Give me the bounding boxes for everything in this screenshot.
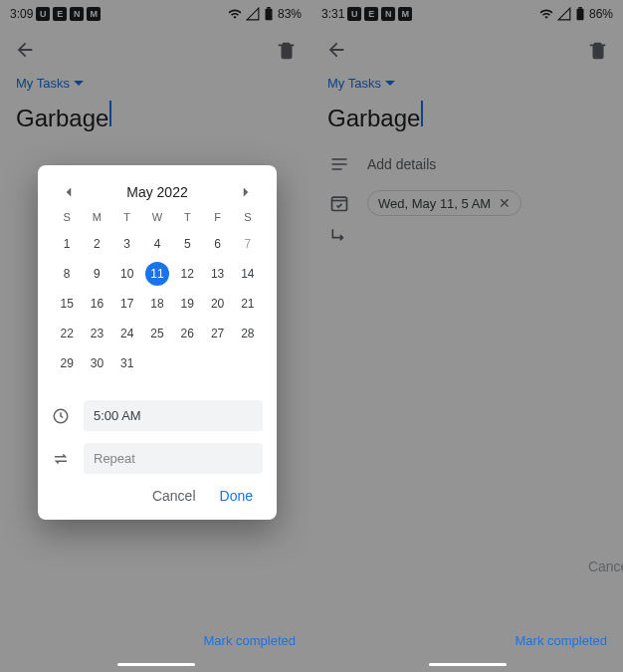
svg-rect-1 [267,7,271,9]
calendar-day[interactable]: 2 [82,229,111,259]
mark-completed-button[interactable]: Mark completed [516,633,607,648]
list-selector[interactable]: My Tasks [0,72,312,101]
dow-s: S [52,211,82,223]
cancel-button[interactable]: Cancel [152,488,196,504]
svg-rect-4 [578,7,582,9]
svg-rect-0 [265,9,272,20]
calendar-day[interactable]: 29 [52,348,82,378]
calendar-day[interactable]: 30 [82,348,111,378]
calendar-day[interactable]: 20 [202,289,232,319]
list-selector[interactable]: My Tasks [312,72,623,101]
dow-f: F [202,211,232,223]
calendar-day[interactable]: 3 [112,229,142,259]
battery-icon [264,7,274,21]
calendar-day[interactable]: 1 [52,229,82,259]
notif-icon-n: N [381,7,395,21]
calendar-day[interactable]: 15 [52,289,82,319]
calendar-day[interactable]: 7 [233,229,263,259]
calendar-day[interactable]: 12 [172,259,202,289]
dow-t: T [112,211,142,223]
task-title-input[interactable]: Garbage [0,101,312,146]
month-label: May 2022 [126,184,187,200]
calendar-day[interactable]: 9 [82,259,111,289]
details-row[interactable]: Add details [312,146,623,182]
calendar-day[interactable]: 18 [142,289,172,319]
details-icon [329,154,349,174]
calendar-day[interactable]: 14 [233,259,263,289]
app-bar [0,28,312,72]
time-field[interactable]: 5:00 AM [84,400,263,431]
calendar-day[interactable]: 10 [112,259,142,289]
calendar-day[interactable]: 21 [233,289,263,319]
home-indicator [117,663,195,666]
text-cursor [421,101,423,126]
task-title-text: Garbage [16,105,108,132]
phone-left: 3:09 U E N M 83% My Tasks Garbage May 20… [0,0,312,672]
wifi-icon [228,7,242,21]
notif-icon-n: N [70,7,84,21]
calendar-day[interactable]: 5 [172,229,202,259]
calendar-day[interactable]: 11 [142,259,172,289]
chip-text: Wed, May 11, 5 AM [378,196,491,211]
calendar-day[interactable]: 17 [112,289,142,319]
svg-rect-5 [332,197,347,210]
back-icon[interactable] [325,39,347,61]
calendar-day[interactable]: 26 [172,319,202,348]
status-bar: 3:31 U E N M 86% [312,0,623,28]
calendar-day [233,348,263,378]
status-bar: 3:09 U E N M 83% [0,0,312,28]
date-chip[interactable]: Wed, May 11, 5 AM ✕ [367,190,521,216]
wifi-icon [539,7,553,21]
calendar-day[interactable]: 27 [202,319,232,348]
done-button[interactable]: Done [220,488,253,504]
text-cursor [109,101,111,126]
list-label: My Tasks [327,76,381,91]
subtask-icon [329,226,349,246]
next-month-icon[interactable] [237,183,255,201]
dropdown-icon [385,79,395,89]
notif-icon-e: E [364,7,378,21]
notif-icon-m: M [398,7,412,21]
battery-text: 83% [278,7,302,21]
dow-m: M [82,211,111,223]
back-icon[interactable] [14,39,36,61]
calendar-day[interactable]: 25 [142,319,172,348]
home-indicator [429,663,507,666]
calendar-day[interactable]: 22 [52,319,82,348]
calendar-day[interactable]: 24 [112,319,142,348]
notif-icon-u: U [347,7,361,21]
task-title-input[interactable]: Garbage [312,101,623,146]
prev-month-icon[interactable] [60,183,78,201]
calendar-day[interactable]: 13 [202,259,232,289]
notif-icon-m: M [87,7,101,21]
status-time: 3:31 [321,7,344,21]
delete-icon[interactable] [587,39,609,61]
app-bar [312,28,623,72]
calendar-day[interactable]: 23 [82,319,111,348]
mark-completed-button[interactable]: Mark completed [204,633,296,648]
calendar-day[interactable]: 16 [82,289,111,319]
dow-s2: S [233,211,263,223]
list-label: My Tasks [16,76,70,91]
calendar-day[interactable]: 4 [142,229,172,259]
notif-icon-e: E [53,7,67,21]
cancel-button[interactable]: Cancel [588,559,623,574]
task-title-text: Garbage [327,105,420,132]
repeat-field[interactable]: Repeat [84,443,263,474]
calendar-day[interactable]: 31 [112,348,142,378]
dow-t2: T [172,211,202,223]
svg-rect-3 [576,9,583,20]
calendar-day[interactable]: 28 [233,319,263,348]
clock-icon [52,407,70,425]
calendar-day[interactable]: 19 [172,289,202,319]
subtask-row[interactable] [312,224,623,254]
status-time: 3:09 [10,7,33,21]
signal-icon [557,7,571,21]
dropdown-icon [74,79,84,89]
dow-header: S M T W T F S [52,211,263,229]
phone-right: 3:31 U E N M 86% My Tasks Garbage Add de… [312,0,623,672]
calendar-day[interactable]: 8 [52,259,82,289]
chip-remove-icon[interactable]: ✕ [499,195,511,211]
delete-icon[interactable] [276,39,298,61]
calendar-day[interactable]: 6 [202,229,232,259]
